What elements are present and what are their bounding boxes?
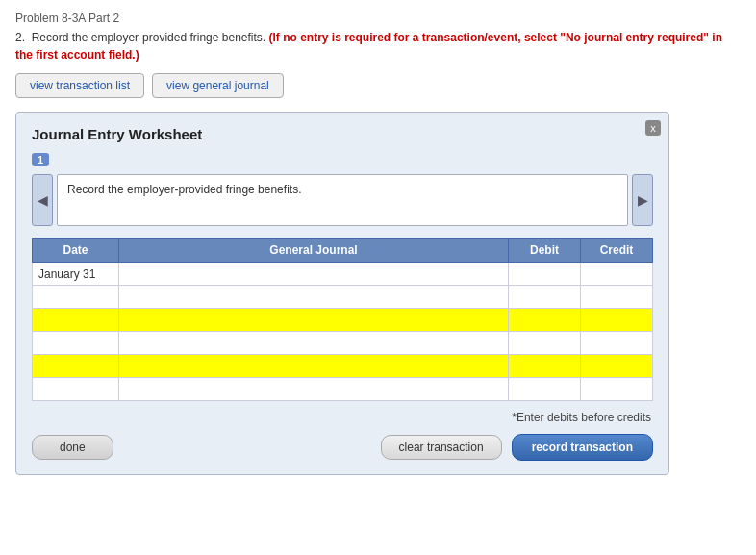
journal-input-5[interactable] [119,378,508,400]
date-cell-5 [33,378,119,401]
step-badge: 1 [32,153,49,166]
credit-input-cell-4[interactable] [581,355,653,378]
table-row [33,309,653,332]
journal-input-4[interactable] [119,355,508,377]
credit-input-2[interactable] [581,309,652,331]
journal-input-cell-0[interactable] [119,263,509,286]
journal-entry-worksheet: x Journal Entry Worksheet 1 ◀ Record the… [15,112,669,475]
journal-table: Date General Journal Debit Credit Januar… [32,238,653,401]
view-transaction-list-button[interactable]: view transaction list [15,73,144,98]
table-row [33,332,653,355]
credit-input-cell-1[interactable] [581,286,653,309]
debit-input-0[interactable] [509,263,580,285]
debit-input-cell-2[interactable] [509,309,581,332]
debit-input-cell-4[interactable] [509,355,581,378]
credit-input-4[interactable] [581,355,652,377]
journal-input-cell-3[interactable] [119,332,509,355]
worksheet-title: Journal Entry Worksheet [32,126,653,142]
table-row [33,355,653,378]
date-cell-2 [33,309,119,332]
hint-text: *Enter debits before credits [32,411,653,424]
date-cell-0: January 31 [33,263,119,286]
debit-input-4[interactable] [509,355,580,377]
problem-instruction: 2. Record the employer-provided fringe b… [15,29,741,63]
journal-input-cell-4[interactable] [119,355,509,378]
credit-input-3[interactable] [581,332,652,354]
journal-input-2[interactable] [119,309,508,331]
header-debit: Debit [509,239,581,263]
transaction-description-text: Record the employer-provided fringe bene… [57,174,628,226]
top-buttons-bar: view transaction list view general journ… [15,73,741,98]
debit-input-cell-3[interactable] [509,332,581,355]
table-row [33,378,653,401]
debit-input-1[interactable] [509,286,580,308]
prev-arrow-button[interactable]: ◀ [32,174,53,226]
date-cell-4 [33,355,119,378]
debit-input-cell-5[interactable] [509,378,581,401]
journal-input-cell-1[interactable] [119,286,509,309]
next-arrow-button[interactable]: ▶ [632,174,653,226]
instruction-text: Record the employer-provided fringe bene… [32,31,265,44]
bottom-buttons-bar: done clear transaction record transactio… [32,434,653,461]
credit-input-cell-3[interactable] [581,332,653,355]
credit-input-cell-5[interactable] [581,378,653,401]
date-cell-1 [33,286,119,309]
journal-input-0[interactable] [119,263,508,285]
date-cell-3 [33,332,119,355]
done-button[interactable]: done [32,435,113,460]
credit-input-cell-2[interactable] [581,309,653,332]
header-general-journal: General Journal [119,239,509,263]
record-transaction-button[interactable]: record transaction [512,434,653,461]
debit-input-cell-1[interactable] [509,286,581,309]
transaction-description-area: ◀ Record the employer-provided fringe be… [32,174,653,226]
debit-input-2[interactable] [509,309,580,331]
debit-input-5[interactable] [509,378,580,400]
credit-input-0[interactable] [581,263,652,285]
table-row: January 31 [33,263,653,286]
journal-input-3[interactable] [119,332,508,354]
header-credit: Credit [581,239,653,263]
header-date: Date [33,239,119,263]
table-row [33,286,653,309]
debit-input-3[interactable] [509,332,580,354]
credit-input-1[interactable] [581,286,652,308]
journal-input-cell-2[interactable] [119,309,509,332]
view-general-journal-button[interactable]: view general journal [152,73,284,98]
debit-input-cell-0[interactable] [509,263,581,286]
clear-transaction-button[interactable]: clear transaction [381,435,502,460]
instruction-number: 2. [15,31,25,44]
journal-input-1[interactable] [119,286,508,308]
journal-input-cell-5[interactable] [119,378,509,401]
close-button[interactable]: x [645,120,661,136]
credit-input-cell-0[interactable] [581,263,653,286]
credit-input-5[interactable] [581,378,652,400]
problem-label: Problem 8-3A Part 2 [15,12,741,25]
